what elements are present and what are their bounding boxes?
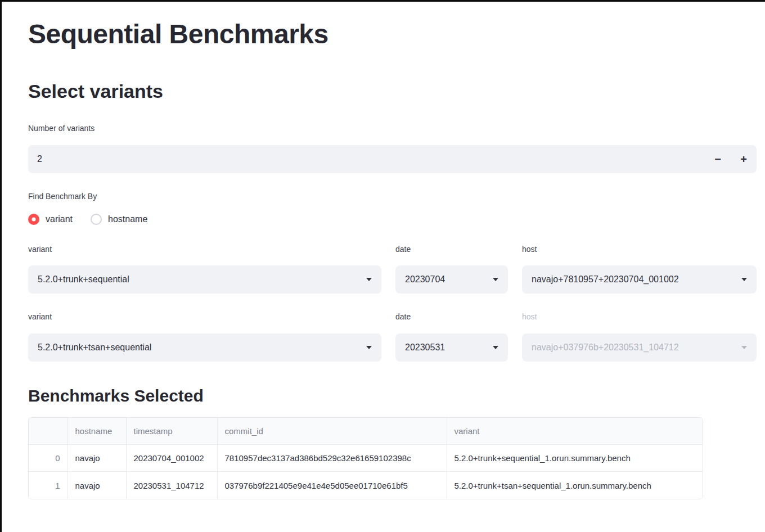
- benchmarks-table: hostname timestamp commit_id variant 0 n…: [29, 418, 703, 499]
- cell-commit-id: 7810957dec3137ad386bd529c32e61659102398c: [217, 445, 447, 472]
- radio-checked-icon[interactable]: [28, 214, 39, 225]
- column-header-variant: variant: [447, 418, 703, 445]
- variant-select-label: variant: [28, 312, 381, 323]
- radio-option-hostname[interactable]: hostname: [91, 214, 147, 225]
- cell-commit-id: 037976b9f221405e9e41e4e5d05ee01710e61bf5: [217, 472, 447, 499]
- date-select-2[interactable]: 20230531: [395, 333, 508, 362]
- chevron-down-icon: [493, 346, 498, 349]
- plus-icon[interactable]: +: [731, 145, 757, 173]
- radio-unchecked-icon[interactable]: [91, 214, 102, 225]
- main-content: Sequential Benchmarks Select variants Nu…: [28, 18, 757, 499]
- cell-index: 1: [29, 472, 68, 499]
- table-header-row: hostname timestamp commit_id variant: [29, 418, 703, 445]
- column-header-index: [29, 418, 68, 445]
- variant-column-1: variant 5.2.0+trunk+sequential: [28, 244, 381, 294]
- host-column-2: host navajo+037976b+20230531_104712: [522, 312, 757, 362]
- cell-hostname: navajo: [68, 445, 126, 472]
- benchmarks-dataframe[interactable]: hostname timestamp commit_id variant 0 n…: [28, 417, 703, 499]
- date-select-1-value: 20230704: [405, 274, 445, 285]
- host-select-label-disabled: host: [522, 312, 757, 323]
- column-header-timestamp: timestamp: [126, 418, 217, 445]
- section-heading-select-variants: Select variants: [28, 80, 757, 102]
- minus-icon[interactable]: −: [705, 145, 731, 173]
- host-select-label: host: [522, 244, 757, 255]
- cell-hostname: navajo: [68, 472, 126, 499]
- variant-select-1[interactable]: 5.2.0+trunk+sequential: [28, 265, 381, 294]
- chevron-down-icon: [741, 278, 747, 281]
- host-select-2-value: navajo+037976b+20230531_104712: [532, 342, 679, 353]
- number-of-variants-label: Number of variants: [28, 123, 757, 134]
- find-benchmark-by-radio-group: variant hostname: [28, 214, 757, 225]
- chevron-down-icon: [366, 346, 372, 349]
- host-select-1-value: navajo+7810957+20230704_001002: [532, 274, 679, 285]
- variant-column-2: variant 5.2.0+trunk+tsan+sequential: [28, 312, 381, 362]
- column-header-hostname: hostname: [68, 418, 126, 445]
- table-row: 1 navajo 20230531_104712 037976b9f221405…: [29, 472, 703, 499]
- table-row: 0 navajo 20230704_001002 7810957dec3137a…: [29, 445, 703, 472]
- variant-select-1-value: 5.2.0+trunk+sequential: [38, 274, 129, 285]
- radio-option-variant[interactable]: variant: [28, 214, 73, 225]
- cell-index: 0: [29, 445, 68, 472]
- cell-variant: 5.2.0+trunk+tsan+sequential_1.orun.summa…: [447, 472, 703, 499]
- variant-select-label: variant: [28, 244, 381, 255]
- chevron-down-icon: [493, 278, 498, 281]
- radio-option-label: variant: [46, 214, 73, 224]
- variant-row-2: variant 5.2.0+trunk+tsan+sequential date…: [28, 312, 757, 362]
- host-select-1[interactable]: navajo+7810957+20230704_001002: [522, 265, 757, 294]
- host-select-2-disabled: navajo+037976b+20230531_104712: [522, 333, 757, 362]
- number-of-variants-value[interactable]: 2: [28, 154, 705, 164]
- date-select-label: date: [395, 312, 508, 323]
- column-header-commit-id: commit_id: [217, 418, 447, 445]
- cell-variant: 5.2.0+trunk+sequential_1.orun.summary.be…: [447, 445, 703, 472]
- variant-row-1: variant 5.2.0+trunk+sequential date 2023…: [28, 244, 757, 294]
- date-column-2: date 20230531: [395, 312, 508, 362]
- radio-option-label: hostname: [108, 214, 147, 224]
- date-select-2-value: 20230531: [405, 342, 445, 353]
- chevron-down-icon: [741, 346, 747, 349]
- variant-select-2[interactable]: 5.2.0+trunk+tsan+sequential: [28, 333, 381, 362]
- find-benchmark-by-label: Find Benchmark By: [28, 191, 757, 202]
- date-column-1: date 20230704: [395, 244, 508, 294]
- variant-select-2-value: 5.2.0+trunk+tsan+sequential: [38, 342, 151, 353]
- chevron-down-icon: [366, 278, 372, 281]
- cell-timestamp: 20230704_001002: [126, 445, 217, 472]
- app-window: Sequential Benchmarks Select variants Nu…: [0, 0, 765, 532]
- host-column-1: host navajo+7810957+20230704_001002: [522, 244, 757, 294]
- date-select-label: date: [395, 244, 508, 255]
- date-select-1[interactable]: 20230704: [395, 265, 508, 294]
- number-of-variants-input[interactable]: 2 − +: [28, 145, 757, 173]
- cell-timestamp: 20230531_104712: [126, 472, 217, 499]
- page-title: Sequential Benchmarks: [28, 18, 757, 51]
- section-heading-benchmarks-selected: Benchmarks Selected: [28, 386, 757, 405]
